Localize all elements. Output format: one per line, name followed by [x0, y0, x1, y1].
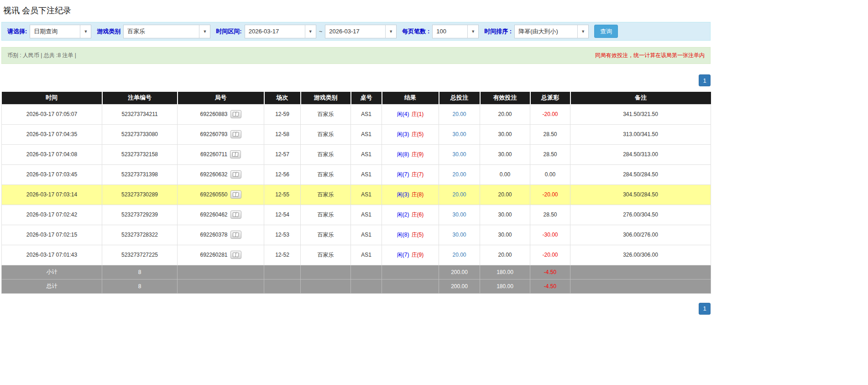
page-size-label: 每页笔数 : — [402, 27, 429, 36]
cell-round: 692260378 — [178, 225, 264, 245]
cell-payout: 28.50 — [530, 144, 570, 164]
cell-session: 12-56 — [264, 164, 301, 185]
chevron-down-icon[interactable]: ▼ — [199, 25, 210, 38]
cell-payout: -30.00 — [530, 225, 570, 245]
column-header: 局号 — [178, 92, 264, 104]
table-body: 2026-03-17 07:05:07 523273734211 6922608… — [2, 104, 711, 265]
chevron-down-icon[interactable]: ▼ — [385, 25, 396, 38]
chevron-down-icon[interactable]: ▼ — [577, 25, 588, 38]
cell-round: 692260883 — [178, 104, 264, 124]
cell-note: 284.50/284.50 — [570, 164, 711, 185]
cell-game-type: 百家乐 — [301, 245, 351, 265]
table-header-row: 时间注单编号局号场次游戏类别桌号结果总投注有效投注总派彩备注 — [2, 92, 711, 104]
empty-cell — [264, 279, 301, 293]
result-banker: 庄(9) — [412, 151, 424, 158]
cell-game-type: 百家乐 — [301, 225, 351, 245]
cell-game-type: 百家乐 — [301, 205, 351, 225]
empty-cell — [382, 265, 439, 279]
cell-note: 276.00/304.50 — [570, 205, 711, 225]
date-from-picker[interactable]: 2026-03-17 ▼ — [245, 25, 316, 38]
cell-result: 闲(7)庄(9) — [382, 245, 439, 265]
cell-result: 闲(8)庄(5) — [382, 225, 439, 245]
records-table: 时间注单编号局号场次游戏类别桌号结果总投注有效投注总派彩备注 2026-03-1… — [1, 92, 711, 294]
cell-time: 2026-03-17 07:05:07 — [2, 104, 102, 124]
sort-order-select[interactable]: 降幂(由大到小) ▼ — [514, 25, 589, 38]
result-player: 闲(4) — [397, 111, 409, 117]
cell-valid-bet: 20.00 — [480, 104, 530, 124]
total-bet-link[interactable]: 30.00 — [452, 232, 466, 238]
chevron-down-icon[interactable]: ▼ — [80, 25, 91, 38]
page: 视讯 会员下注纪录 请选择: 日期查询 ▼ 游戏类别 百家乐 ▼ 时间区间: 2… — [0, 0, 712, 315]
cell-payout: -20.00 — [530, 104, 570, 124]
view-cards-icon[interactable] — [230, 190, 241, 199]
total-bet-link[interactable]: 20.00 — [452, 171, 466, 178]
page-button-1[interactable]: 1 — [699, 74, 711, 86]
table-row: 2026-03-17 07:01:43 523273727225 6922602… — [2, 245, 711, 265]
cell-round: 692260793 — [178, 124, 264, 144]
column-header: 注单编号 — [102, 92, 178, 104]
view-cards-icon[interactable] — [230, 211, 241, 219]
column-header: 场次 — [264, 92, 301, 104]
cell-total-bet: 30.00 — [439, 205, 480, 225]
cell-payout: 0.00 — [530, 164, 570, 185]
cell-payout: -20.00 — [530, 245, 570, 265]
total-bet-link[interactable]: 30.00 — [452, 131, 466, 137]
subtotal-label: 小计 — [2, 265, 102, 279]
empty-cell — [382, 279, 439, 293]
date-from-value: 2026-03-17 — [245, 25, 305, 38]
total-bet-link[interactable]: 20.00 — [452, 252, 466, 258]
column-header: 备注 — [570, 92, 711, 104]
cell-payout: 28.50 — [530, 124, 570, 144]
empty-cell — [301, 279, 351, 293]
total-bet-link[interactable]: 20.00 — [452, 111, 466, 117]
cell-payout: 28.50 — [530, 205, 570, 225]
cell-bet-id: 523273728322 — [102, 225, 178, 245]
table-row: 2026-03-17 07:02:42 523273729239 6922604… — [2, 205, 711, 225]
cell-note: 341.50/321.50 — [570, 104, 711, 124]
cell-game-type: 百家乐 — [301, 124, 351, 144]
cell-valid-bet: 30.00 — [480, 205, 530, 225]
query-type-select[interactable]: 日期查询 ▼ — [30, 25, 91, 38]
result-banker: 庄(5) — [412, 131, 424, 137]
view-cards-icon[interactable] — [230, 251, 241, 259]
view-cards-icon[interactable] — [230, 231, 241, 239]
result-banker: 庄(7) — [412, 171, 424, 178]
date-to-picker[interactable]: 2026-03-17 ▼ — [325, 25, 397, 38]
empty-cell — [264, 265, 301, 279]
cell-game-type: 百家乐 — [301, 185, 351, 205]
sort-order-label: 时间排序 : — [484, 27, 512, 36]
view-cards-icon[interactable] — [230, 170, 241, 179]
result-player: 闲(8) — [397, 151, 409, 158]
search-button[interactable]: 查询 — [594, 25, 618, 38]
game-type-select[interactable]: 百家乐 ▼ — [123, 25, 210, 38]
grand-total-valid-bet: 180.00 — [480, 279, 530, 293]
chevron-down-icon[interactable]: ▼ — [305, 25, 316, 38]
cell-table-number: AS1 — [351, 185, 382, 205]
cell-total-bet: 30.00 — [439, 225, 480, 245]
cell-game-type: 百家乐 — [301, 144, 351, 164]
grand-total-count: 8 — [102, 279, 178, 293]
chevron-down-icon[interactable]: ▼ — [467, 25, 478, 38]
page-size-select[interactable]: 100 ▼ — [432, 25, 479, 38]
cell-session: 12-58 — [264, 124, 301, 144]
total-bet-link[interactable]: 30.00 — [452, 151, 466, 158]
cell-result: 闲(3)庄(5) — [382, 124, 439, 144]
empty-cell — [351, 265, 382, 279]
cell-session: 12-55 — [264, 185, 301, 205]
empty-cell — [178, 279, 264, 293]
total-bet-link[interactable]: 30.00 — [452, 211, 466, 218]
column-header: 总投注 — [439, 92, 480, 104]
round-number: 692260793 — [200, 131, 227, 137]
cell-round: 692260550 — [178, 185, 264, 205]
empty-cell — [301, 265, 351, 279]
grand-total-row: 总计 8 200.00 180.00 -4.50 — [2, 279, 711, 293]
cell-session: 12-52 — [264, 245, 301, 265]
game-type-value: 百家乐 — [124, 25, 199, 38]
total-bet-link[interactable]: 20.00 — [452, 191, 466, 198]
view-cards-icon[interactable] — [230, 130, 241, 138]
page-button-1[interactable]: 1 — [699, 303, 711, 315]
view-cards-icon[interactable] — [230, 150, 241, 158]
cell-note: 306.00/276.00 — [570, 225, 711, 245]
cell-result: 闲(4)庄(1) — [382, 104, 439, 124]
view-cards-icon[interactable] — [230, 110, 241, 118]
